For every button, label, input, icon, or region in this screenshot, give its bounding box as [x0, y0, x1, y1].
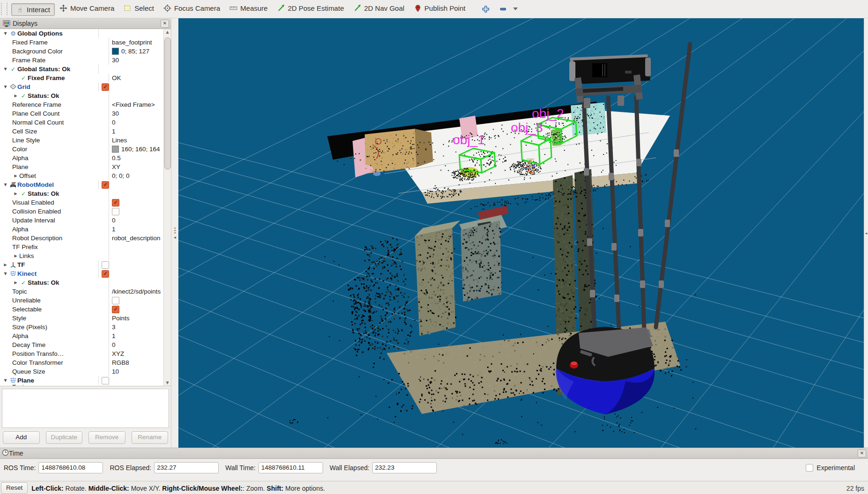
tree-row-value[interactable]: RGB8 [112, 358, 129, 367]
tree-row[interactable]: ▶✓Status: Ok [0, 278, 163, 287]
tree-row-value[interactable]: Lines [112, 136, 127, 145]
ros-time-input[interactable]: 1488768610.08 [38, 462, 103, 473]
tree-row[interactable]: Plane Cell Count30 [0, 109, 163, 118]
tree-row[interactable]: Color160; 160; 164 [0, 145, 163, 154]
row-checkbox[interactable]: ✓ [112, 306, 119, 313]
tree-row[interactable]: Alpha0.5 [0, 154, 163, 162]
time-panel-header[interactable]: Time ✕ [0, 448, 868, 459]
tree-row-value[interactable]: Points [112, 314, 130, 323]
tree-row[interactable]: ▼Grid✓ [0, 82, 163, 91]
duplicate-button[interactable]: Duplicate [46, 431, 83, 444]
row-checkbox[interactable]: ✓ [112, 199, 119, 206]
expander-icon[interactable]: ▶ [12, 171, 19, 180]
row-checkbox[interactable]: ✓ [102, 83, 109, 91]
tree-row-value[interactable]: 1 [112, 332, 116, 340]
scroll-down-icon[interactable]: ▼ [164, 381, 171, 385]
publish-point-button[interactable]: Publish Point [409, 2, 471, 15]
expander-icon[interactable]: ▶ [12, 251, 19, 260]
add-button[interactable]: Add [3, 431, 40, 444]
displays-panel-header[interactable]: Displays ✕ [0, 18, 171, 29]
tree-row-value[interactable]: 0.5 [112, 154, 121, 162]
tree-row[interactable]: Visual Enabled✓ [0, 198, 163, 207]
collapse-right-icon[interactable]: ◂ [865, 231, 868, 236]
displays-scrollbar[interactable]: ▲ ▼ [163, 29, 171, 386]
tree-row-value[interactable]: base_footprint [112, 38, 152, 47]
ros-elapsed-input[interactable]: 232.27 [154, 462, 219, 473]
tree-row-value[interactable]: 1 [112, 127, 116, 136]
expander-icon[interactable]: ▶ [12, 91, 19, 100]
tree-row[interactable]: Queue Size10 [0, 367, 163, 376]
tree-row[interactable]: Alpha1 [0, 332, 163, 340]
row-checkbox[interactable]: ✓ [102, 181, 109, 189]
tree-row[interactable]: ▶TF [0, 260, 163, 269]
row-checkbox[interactable] [112, 208, 119, 215]
tree-row-value[interactable]: 0 [112, 118, 116, 127]
tree-row[interactable]: ▼RobotModel✓ [0, 180, 163, 189]
tree-row[interactable]: PlaneXY [0, 162, 163, 171]
tree-row-value[interactable]: 30 [112, 109, 119, 118]
toolbar-drag-handle[interactable] [1, 3, 7, 15]
tree-row-value[interactable]: 0; 85; 127 [121, 47, 149, 56]
wall-time-input[interactable]: 1488768610.11 [258, 462, 323, 473]
tree-row[interactable]: ▶Links [0, 251, 163, 260]
row-checkbox[interactable] [102, 377, 109, 384]
collapse-panel-icon[interactable]: ◂ [174, 235, 176, 240]
tree-row-value[interactable]: OK [112, 74, 121, 82]
interact-button[interactable]: ☝Interact [11, 3, 55, 16]
expander-icon[interactable]: ▶ [12, 189, 19, 198]
wall-elapsed-input[interactable]: 232.23 [372, 462, 437, 473]
tree-row[interactable]: Topic [0, 385, 163, 386]
tree-row-value[interactable]: 30 [112, 56, 119, 65]
toolbar-overflow-icon[interactable] [513, 7, 518, 10]
tree-row[interactable]: Alpha1 [0, 225, 163, 234]
expander-icon[interactable]: ▼ [2, 29, 9, 38]
tree-row[interactable]: ▶✓Status: Ok [0, 91, 163, 100]
right-splitter[interactable]: ◂ [864, 18, 868, 448]
expander-icon[interactable]: ▼ [2, 82, 9, 91]
remove-tool-button[interactable] [498, 4, 508, 15]
reset-button[interactable]: Reset [1, 482, 28, 494]
3d-viewport[interactable]: obj_1 obj_2 obj_3 [178, 18, 868, 448]
tree-row-value[interactable]: 160; 160; 164 [121, 145, 160, 154]
remove-button[interactable]: Remove [88, 431, 125, 444]
row-checkbox[interactable] [102, 261, 109, 269]
measure-button[interactable]: Measure [225, 2, 272, 15]
pose-estimate-button[interactable]: 2D Pose Estimate [272, 2, 349, 15]
tree-row[interactable]: Unreliable [0, 296, 163, 305]
tree-row[interactable]: TF Prefix [0, 243, 163, 251]
tree-row-value[interactable]: robot_description [112, 234, 161, 243]
nav-goal-button[interactable]: 2D Nav Goal [349, 2, 409, 15]
tree-row[interactable]: Reference Frame<Fixed Frame> [0, 100, 163, 109]
scrollbar-thumb[interactable] [164, 37, 171, 170]
expander-icon[interactable]: ▶ [12, 278, 19, 287]
rename-button[interactable]: Rename [132, 431, 169, 444]
tree-row-value[interactable]: XY [112, 162, 120, 171]
displays-close-button[interactable]: ✕ [161, 20, 169, 28]
row-checkbox[interactable]: ✓ [102, 270, 109, 278]
tree-row-value[interactable]: 10 [112, 367, 119, 376]
tree-row-value[interactable]: 3 [112, 323, 116, 332]
tree-row[interactable]: Position Transfo…XYZ [0, 349, 163, 358]
tree-row-value[interactable]: 1 [112, 225, 116, 234]
expander-icon[interactable]: ▶ [2, 260, 9, 269]
time-close-button[interactable]: ✕ [858, 450, 866, 457]
move-camera-button[interactable]: Move Camera [55, 2, 119, 15]
tree-row-value[interactable]: 0 [112, 216, 116, 225]
tree-row[interactable]: Background Color0; 85; 127 [0, 47, 163, 56]
tree-row[interactable]: Selectable✓ [0, 305, 163, 314]
tree-row[interactable]: StylePoints [0, 314, 163, 323]
tree-row[interactable]: ▶Offset0; 0; 0 [0, 171, 163, 180]
row-checkbox[interactable] [112, 297, 119, 304]
tree-row[interactable]: ✓Fixed FrameOK [0, 74, 163, 82]
select-button[interactable]: Select [119, 2, 159, 15]
tree-row-value[interactable]: 0 [112, 340, 116, 349]
tree-row[interactable]: Decay Time0 [0, 340, 163, 349]
scroll-up-icon[interactable]: ▲ [164, 30, 171, 34]
tree-row-value[interactable]: <Fixed Frame> [112, 100, 155, 109]
expander-icon[interactable]: ▼ [2, 180, 9, 189]
expander-icon[interactable]: ▼ [2, 65, 9, 74]
displays-tree[interactable]: ▼⚙Global OptionsFixed Framebase_footprin… [0, 29, 163, 386]
tree-row[interactable]: ▼Kinect✓ [0, 269, 163, 278]
focus-camera-button[interactable]: Focus Camera [159, 2, 225, 15]
tree-row-value[interactable]: /kinect2/sd/points [112, 287, 161, 296]
